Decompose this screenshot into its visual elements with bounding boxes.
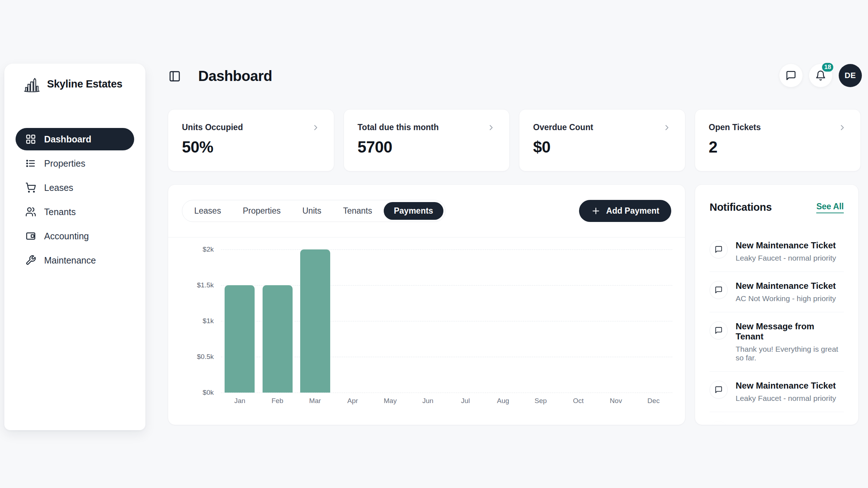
chart-bar bbox=[300, 249, 330, 393]
stat-value: $0 bbox=[533, 138, 671, 156]
see-all-link[interactable]: See All bbox=[816, 202, 844, 213]
users-icon bbox=[25, 206, 36, 217]
sidebar-toggle-button[interactable] bbox=[169, 69, 182, 83]
stat-card-units-occupied[interactable]: Units Occupied 50% bbox=[168, 109, 334, 171]
x-tick-label: Apr bbox=[334, 397, 371, 405]
stat-label: Total due this month bbox=[358, 123, 439, 132]
sidebar-item-label: Tenants bbox=[44, 207, 76, 217]
chevron-right-icon bbox=[838, 123, 847, 132]
sidebar-item-label: Maintenance bbox=[44, 255, 96, 266]
chevron-right-icon bbox=[311, 123, 320, 132]
notification-item[interactable]: New Maintenance Ticket Leaky Faucet - no… bbox=[710, 231, 844, 272]
wallet-icon bbox=[25, 231, 36, 241]
notifications-title: Notifications bbox=[710, 201, 772, 213]
sidebar-item-label: Accounting bbox=[44, 231, 89, 241]
x-tick-label: Feb bbox=[259, 397, 296, 405]
message-bubble-icon bbox=[710, 281, 728, 299]
stat-card-total-due[interactable]: Total due this month 5700 bbox=[344, 109, 510, 171]
notifications-list: New Maintenance Ticket Leaky Faucet - no… bbox=[710, 231, 844, 425]
message-bubble-icon bbox=[710, 421, 728, 425]
notification-description: Leaky Faucet - normal priority bbox=[736, 254, 836, 262]
y-tick-label: $1.5k bbox=[197, 281, 214, 289]
tab-properties[interactable]: Properties bbox=[233, 202, 291, 220]
notification-title: New Message from Tenant bbox=[736, 321, 844, 342]
message-bubble-icon bbox=[786, 70, 796, 81]
list-icon bbox=[25, 158, 36, 169]
stat-value: 2 bbox=[709, 138, 847, 156]
sidebar-item-leases[interactable]: Leases bbox=[16, 176, 134, 199]
chevron-right-icon bbox=[487, 123, 495, 132]
notification-count-badge: 18 bbox=[821, 62, 834, 73]
plus-icon bbox=[591, 206, 601, 216]
page-title: Dashboard bbox=[198, 68, 272, 84]
payments-chart-card: Leases Properties Units Tenants Payments… bbox=[168, 184, 685, 425]
chart-ylabels: $0k$0.5k$1k$1.5k$2k bbox=[182, 249, 214, 393]
user-avatar[interactable]: DE bbox=[839, 64, 862, 87]
chart-gridline bbox=[221, 393, 672, 393]
chart-xlabels: JanFebMarAprMayJunJulAugSepOctNovDec bbox=[221, 397, 672, 405]
message-bubble-icon bbox=[710, 240, 728, 258]
payments-bar-chart: $0k$0.5k$1k$1.5k$2k JanFebMarAprMayJunJu… bbox=[182, 249, 672, 405]
tab-leases[interactable]: Leases bbox=[184, 202, 231, 220]
add-payment-button[interactable]: Add Payment bbox=[579, 200, 671, 222]
sidebar-item-label: Dashboard bbox=[44, 134, 92, 145]
grid-icon bbox=[25, 134, 36, 145]
content-tab-group: Leases Properties Units Tenants Payments bbox=[182, 200, 446, 222]
notification-title: New Maintenance Ticket bbox=[736, 381, 836, 391]
chevron-right-icon bbox=[663, 123, 671, 132]
notification-title: New Maintenance Ticket bbox=[736, 281, 836, 291]
sidebar-item-tenants[interactable]: Tenants bbox=[16, 201, 134, 223]
wrench-icon bbox=[25, 255, 36, 266]
x-tick-label: May bbox=[371, 397, 409, 405]
message-bubble-icon bbox=[710, 321, 728, 339]
divider bbox=[168, 237, 685, 237]
tab-payments[interactable]: Payments bbox=[384, 202, 443, 220]
notification-item-partial bbox=[710, 412, 844, 425]
sidebar-item-properties[interactable]: Properties bbox=[16, 152, 134, 175]
y-tick-label: $0k bbox=[203, 389, 214, 397]
sidebar-item-maintenance[interactable]: Maintenance bbox=[16, 249, 134, 271]
stat-card-overdue-count[interactable]: Overdue Count $0 bbox=[519, 109, 685, 171]
sidebar-nav: Dashboard Properties Leases bbox=[4, 128, 145, 271]
sidebar: Skyline Estates Dashboard Properties bbox=[4, 64, 145, 430]
notification-description: Thank you! Everything is great so far. bbox=[736, 345, 844, 362]
header-actions: 18 DE bbox=[779, 64, 862, 87]
sidebar-item-dashboard[interactable]: Dashboard bbox=[16, 128, 134, 150]
notification-description: AC Not Working - high priority bbox=[736, 294, 836, 303]
skyline-logo-icon bbox=[22, 74, 41, 93]
add-payment-label: Add Payment bbox=[606, 206, 659, 216]
y-tick-label: $2k bbox=[203, 245, 214, 253]
notifications-panel: Notifications See All New Maintenance Ti… bbox=[695, 184, 859, 425]
page-header: Dashboard bbox=[169, 68, 272, 84]
stat-cards-row: Units Occupied 50% Total due this month … bbox=[168, 109, 861, 171]
chart-bar bbox=[263, 285, 293, 393]
x-tick-label: Aug bbox=[484, 397, 522, 405]
x-tick-label: Sep bbox=[522, 397, 559, 405]
stat-label: Units Occupied bbox=[182, 123, 243, 132]
notification-item[interactable]: New Message from Tenant Thank you! Every… bbox=[710, 312, 844, 372]
tab-tenants[interactable]: Tenants bbox=[333, 202, 382, 220]
x-tick-label: Mar bbox=[296, 397, 334, 405]
sidebar-item-label: Leases bbox=[44, 183, 73, 193]
y-tick-label: $0.5k bbox=[197, 353, 214, 361]
chart-bar bbox=[225, 285, 255, 393]
stat-card-open-tickets[interactable]: Open Tickets 2 bbox=[695, 109, 861, 171]
sidebar-item-accounting[interactable]: Accounting bbox=[16, 225, 134, 247]
x-tick-label: Oct bbox=[559, 397, 597, 405]
app-logo: Skyline Estates bbox=[4, 64, 145, 93]
x-tick-label: Jun bbox=[409, 397, 447, 405]
x-tick-label: Nov bbox=[597, 397, 635, 405]
app-name: Skyline Estates bbox=[47, 78, 122, 90]
sidebar-item-label: Properties bbox=[44, 158, 85, 169]
notification-item[interactable]: New Maintenance Ticket Leaky Faucet - no… bbox=[710, 372, 844, 412]
x-tick-label: Jul bbox=[447, 397, 484, 405]
chart-gridline bbox=[221, 249, 672, 250]
x-tick-label: Dec bbox=[635, 397, 672, 405]
notifications-button[interactable]: 18 bbox=[809, 64, 832, 87]
notification-item[interactable]: New Maintenance Ticket AC Not Working - … bbox=[710, 272, 844, 312]
stat-value: 50% bbox=[182, 138, 320, 156]
tab-units[interactable]: Units bbox=[292, 202, 331, 220]
stat-label: Overdue Count bbox=[533, 123, 593, 132]
messages-button[interactable] bbox=[779, 64, 803, 87]
chart-plot bbox=[221, 249, 672, 393]
